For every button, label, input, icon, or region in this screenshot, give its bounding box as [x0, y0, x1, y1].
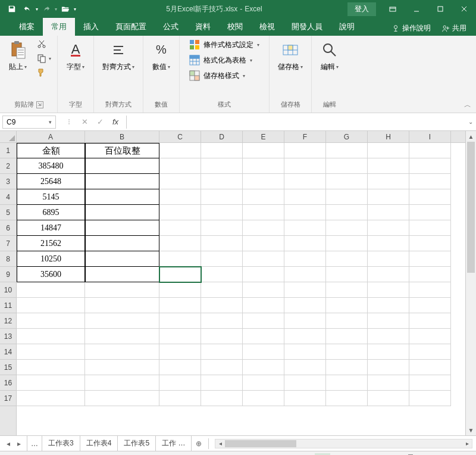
row-header-9[interactable]: 9 [0, 267, 16, 282]
cell-H10[interactable] [368, 282, 409, 298]
cell-C16[interactable] [159, 375, 201, 391]
cell-G12[interactable] [326, 313, 368, 329]
ribbon-display-button[interactable] [381, 0, 405, 18]
row-header-7[interactable]: 7 [0, 236, 16, 251]
cell-I5[interactable] [409, 205, 451, 220]
row-header-2[interactable]: 2 [0, 158, 16, 174]
cell-A14[interactable] [17, 344, 85, 360]
cell-B4[interactable] [85, 189, 159, 205]
cut-button[interactable] [36, 38, 52, 50]
cell-H5[interactable] [368, 205, 409, 220]
cell-F2[interactable] [284, 158, 326, 174]
cell-C4[interactable] [159, 189, 201, 205]
cell-I14[interactable] [409, 344, 451, 360]
cell-I3[interactable] [409, 174, 451, 189]
cell-E4[interactable] [243, 189, 284, 205]
cell-B11[interactable] [85, 298, 159, 313]
cell-A9[interactable]: 35600 [17, 267, 85, 282]
cell-E10[interactable] [243, 282, 284, 298]
cell-F11[interactable] [284, 298, 326, 313]
cell-G7[interactable] [326, 236, 368, 251]
row-header-8[interactable]: 8 [0, 251, 16, 267]
row-header-15[interactable]: 15 [0, 360, 16, 375]
cell-D17[interactable] [201, 391, 243, 406]
cell-B12[interactable] [85, 313, 159, 329]
cell-E9[interactable] [243, 267, 284, 282]
cell-G2[interactable] [326, 158, 368, 174]
cell-D4[interactable] [201, 189, 243, 205]
cell-I12[interactable] [409, 313, 451, 329]
cell-C14[interactable] [159, 344, 201, 360]
cell-H12[interactable] [368, 313, 409, 329]
row-header-11[interactable]: 11 [0, 298, 16, 313]
cell-C9[interactable] [159, 267, 201, 282]
tab-review[interactable]: 校閱 [219, 18, 251, 36]
cell-C2[interactable] [159, 158, 201, 174]
cell-I2[interactable] [409, 158, 451, 174]
cell-D9[interactable] [201, 267, 243, 282]
cell-F12[interactable] [284, 313, 326, 329]
vertical-scrollbar[interactable]: ▲ ▼ [465, 131, 476, 435]
column-header-D[interactable]: D [201, 131, 243, 142]
cell-C3[interactable] [159, 174, 201, 189]
cell-D1[interactable] [201, 143, 243, 158]
cell-H13[interactable] [368, 329, 409, 344]
cell-C12[interactable] [159, 313, 201, 329]
cell-B8[interactable] [85, 251, 159, 267]
row-header-17[interactable]: 17 [0, 391, 16, 406]
cell-A15[interactable] [17, 360, 85, 375]
column-header-F[interactable]: F [284, 131, 326, 142]
cell-E17[interactable] [243, 391, 284, 406]
row-header-14[interactable]: 14 [0, 344, 16, 360]
cell-D6[interactable] [201, 220, 243, 236]
cells-button[interactable]: 儲存格▾ [274, 38, 306, 74]
cell-A7[interactable]: 21562 [17, 236, 85, 251]
copy-button[interactable]: ▾ [36, 52, 52, 64]
conditional-formatting-button[interactable]: 條件式格式設定▾ [189, 39, 259, 50]
cells[interactable]: 金額百位取整3854802564851456895148472156210250… [17, 143, 465, 406]
maximize-button[interactable] [428, 0, 452, 18]
cell-I4[interactable] [409, 189, 451, 205]
sheet-tab-5[interactable]: 工作表5 [117, 436, 156, 451]
cell-H17[interactable] [368, 391, 409, 406]
cell-A11[interactable] [17, 298, 85, 313]
column-header-C[interactable]: C [159, 131, 201, 142]
cell-G13[interactable] [326, 329, 368, 344]
cell-F14[interactable] [284, 344, 326, 360]
cell-F13[interactable] [284, 329, 326, 344]
cell-G3[interactable] [326, 174, 368, 189]
cell-A13[interactable] [17, 329, 85, 344]
cell-D12[interactable] [201, 313, 243, 329]
alignment-button[interactable]: 對齊方式▾ [99, 38, 138, 74]
cell-C10[interactable] [159, 282, 201, 298]
cell-I9[interactable] [409, 267, 451, 282]
cell-F9[interactable] [284, 267, 326, 282]
cell-E5[interactable] [243, 205, 284, 220]
cell-C5[interactable] [159, 205, 201, 220]
cell-B1[interactable]: 百位取整 [85, 143, 159, 158]
sheet-tab-3[interactable]: 工作表3 [42, 436, 80, 451]
cell-H3[interactable] [368, 174, 409, 189]
cell-styles-button[interactable]: 儲存格樣式▾ [189, 70, 259, 81]
format-painter-button[interactable] [36, 67, 52, 79]
cell-B17[interactable] [85, 391, 159, 406]
tab-view[interactable]: 檢視 [251, 18, 283, 36]
editing-button[interactable]: 編輯▾ [317, 38, 343, 74]
cell-B6[interactable] [85, 220, 159, 236]
open-button[interactable] [58, 2, 73, 16]
cell-G16[interactable] [326, 375, 368, 391]
cell-C8[interactable] [159, 251, 201, 267]
cell-H7[interactable] [368, 236, 409, 251]
cell-E8[interactable] [243, 251, 284, 267]
scroll-right-button[interactable]: ▸ [462, 440, 472, 447]
row-header-4[interactable]: 4 [0, 189, 16, 205]
cell-B10[interactable] [85, 282, 159, 298]
cell-F5[interactable] [284, 205, 326, 220]
cell-C11[interactable] [159, 298, 201, 313]
cell-H4[interactable] [368, 189, 409, 205]
cell-C6[interactable] [159, 220, 201, 236]
column-header-H[interactable]: H [368, 131, 409, 142]
cell-H11[interactable] [368, 298, 409, 313]
cell-F1[interactable] [284, 143, 326, 158]
cell-B15[interactable] [85, 360, 159, 375]
